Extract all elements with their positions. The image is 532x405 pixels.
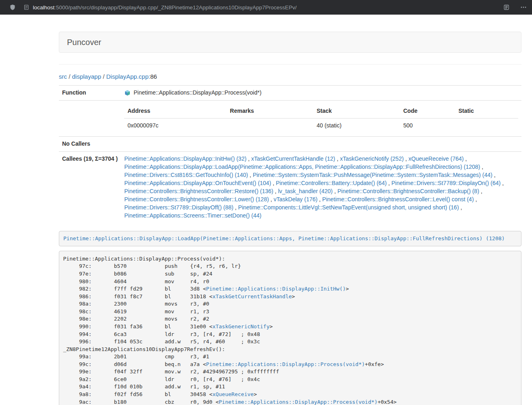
- callees-separator: ,: [492, 172, 495, 178]
- callee-link[interactable]: Pinetime::Applications::DisplayApp::OnTo…: [124, 180, 271, 186]
- function-row: Function Pinetime::Applications::Display…: [59, 86, 521, 101]
- breadcrumb-separator: /: [67, 73, 72, 80]
- no-callers-label: No Callers: [59, 136, 121, 151]
- callee-link[interactable]: xTaskGenericNotify (252): [340, 155, 404, 162]
- col-code: Code: [400, 104, 455, 118]
- callees-separator: ,: [404, 155, 409, 162]
- callees-separator: ,: [464, 155, 467, 162]
- callees-separator: ,: [333, 188, 338, 194]
- callee-link[interactable]: Pinetime::Drivers::St7789::DisplayOff() …: [124, 204, 233, 211]
- breadcrumb-link[interactable]: displayapp: [72, 73, 101, 80]
- callee-link[interactable]: Pinetime::Applications::DisplayApp::Load…: [124, 164, 480, 170]
- callees-separator: ,: [246, 155, 251, 162]
- callee-link[interactable]: Pinetime::Applications::Screens::Timer::…: [124, 212, 261, 219]
- code-symbol-link[interactable]: xQueueReceive: [212, 391, 254, 397]
- page-icon: [24, 4, 29, 10]
- callees-separator: ,: [479, 188, 482, 194]
- col-address: Address: [124, 104, 226, 118]
- callee-link[interactable]: Pinetime::Applications::DisplayApp::Init…: [124, 155, 246, 162]
- col-static: Static: [455, 104, 518, 118]
- callees-row: Callees (19, Σ=3704 ) Pinetime::Applicat…: [59, 151, 521, 223]
- callee-link[interactable]: Pinetime::Controllers::BrightnessControl…: [337, 188, 479, 194]
- cell-static: [455, 118, 518, 133]
- code-symbol-link[interactable]: Pinetime::Applications::DisplayApp::Init…: [206, 286, 346, 292]
- code-symbol-link[interactable]: Pinetime::Applications::DisplayApp::Proc…: [206, 361, 365, 367]
- function-label: Function: [59, 86, 121, 101]
- callee-link[interactable]: Pinetime::Controllers::Battery::Update()…: [276, 180, 387, 186]
- callees-separator: ,: [474, 196, 477, 202]
- cell-code: 500: [400, 118, 455, 133]
- callee-link[interactable]: Pinetime::System::SystemTask::PushMessag…: [253, 172, 493, 178]
- disassembly: Pinetime::Applications::DisplayApp::Proc…: [59, 251, 521, 405]
- reading-list-icon[interactable]: [503, 4, 510, 11]
- callees-separator: ,: [459, 204, 462, 211]
- metrics-row: Address Remarks Stack Code Static 0x0000…: [59, 100, 521, 136]
- callee-link[interactable]: Pinetime::Components::LittleVgl::SetNewT…: [238, 204, 459, 211]
- code-symbol-link[interactable]: Pinetime::Applications::DisplayApp::Proc…: [219, 399, 377, 405]
- cell-remarks: [227, 118, 314, 133]
- divider: [59, 64, 521, 65]
- metrics-values-row: 0x0000097c 40 (static) 500: [124, 118, 518, 133]
- callees-separator: ,: [273, 188, 278, 194]
- breadcrumb: src / displayapp / DisplayApp.cpp:86: [59, 73, 521, 80]
- callees-list: Pinetime::Applications::DisplayApp::Init…: [121, 151, 521, 223]
- callee-link[interactable]: xQueueReceive (764): [409, 155, 464, 162]
- callees-separator: ,: [248, 172, 253, 178]
- app-header: Puncover: [59, 32, 521, 53]
- function-table: Function Pinetime::Applications::Display…: [59, 85, 521, 223]
- browser-chrome: localhost:5000/path/src/displayapp/Displ…: [0, 0, 532, 15]
- callee-link[interactable]: Pinetime::Drivers::St7789::DisplayOn() (…: [392, 180, 501, 186]
- callees-separator: ,: [233, 204, 238, 211]
- url-path: :5000/path/src/displayapp/DisplayApp.cpp…: [54, 4, 297, 11]
- function-icon: [124, 90, 131, 96]
- no-callers-row: No Callers: [59, 136, 521, 151]
- snippet-link[interactable]: Pinetime::Applications::DisplayApp::Load…: [63, 235, 505, 241]
- breadcrumb-line-number: 86: [150, 73, 157, 80]
- address-bar[interactable]: localhost:5000/path/src/displayapp/Displ…: [33, 4, 297, 11]
- callees-separator: ,: [387, 180, 392, 186]
- shield-icon[interactable]: [9, 4, 16, 11]
- page-container: Puncover src / displayapp / DisplayApp.c…: [59, 32, 521, 405]
- callees-separator: ,: [501, 180, 504, 186]
- callee-link[interactable]: Pinetime::Drivers::Cst816S::GetTouchInfo…: [124, 172, 248, 178]
- callee-link[interactable]: xTaskGetCurrentTaskHandle (12): [251, 155, 335, 162]
- callee-link[interactable]: Pinetime::Controllers::BrightnessControl…: [124, 188, 273, 194]
- metrics-table: Address Remarks Stack Code Static 0x0000…: [124, 104, 518, 133]
- code-symbol-link[interactable]: xTaskGetCurrentTaskHandle: [212, 293, 292, 299]
- callees-separator: ,: [271, 180, 276, 186]
- callees-separator: ,: [269, 196, 274, 202]
- breadcrumb-separator: /: [101, 73, 106, 80]
- url-host: localhost: [33, 4, 54, 11]
- callee-link[interactable]: Pinetime::Controllers::BrightnessControl…: [124, 196, 269, 202]
- callee-link[interactable]: lv_task_handler (420): [278, 188, 333, 194]
- breadcrumb-link[interactable]: src: [59, 73, 67, 80]
- callees-separator: ,: [317, 196, 322, 202]
- menu-icon[interactable]: [520, 4, 527, 11]
- col-stack: Stack: [313, 104, 400, 118]
- cell-stack: 40 (static): [313, 118, 400, 133]
- callees-separator: ,: [335, 155, 340, 162]
- callees-label: Callees (19, Σ=3704 ): [59, 151, 121, 223]
- callee-link[interactable]: vTaskDelay (176): [274, 196, 317, 202]
- breadcrumb-link[interactable]: DisplayApp.cpp:: [106, 73, 150, 80]
- metrics-row-label: [59, 100, 121, 136]
- callee-link[interactable]: Pinetime::Controllers::BrightnessControl…: [322, 196, 474, 202]
- callees-separator: ,: [480, 164, 483, 170]
- code-symbol-link[interactable]: xTaskGenericNotify: [212, 323, 269, 330]
- snippet-box: Pinetime::Applications::DisplayApp::Load…: [59, 231, 521, 247]
- app-brand[interactable]: Puncover: [67, 38, 101, 47]
- col-remarks: Remarks: [227, 104, 314, 118]
- function-name: Pinetime::Applications::DisplayApp::Proc…: [134, 89, 261, 97]
- cell-address: 0x0000097c: [124, 118, 226, 133]
